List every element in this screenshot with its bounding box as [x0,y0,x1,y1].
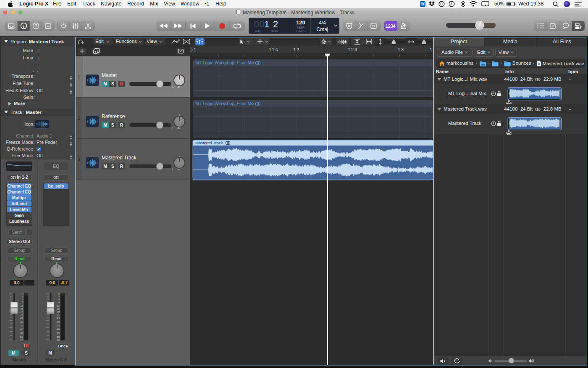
svg-text:50: 50 [20,336,23,338]
svg-text:3: 3 [58,295,60,298]
svg-text:30: 30 [57,320,60,323]
svg-text:40: 40 [57,328,60,331]
svg-text:40: 40 [20,328,23,331]
svg-text:0: 0 [22,293,24,295]
svg-text:6: 6 [22,298,24,301]
svg-text:21: 21 [20,313,23,316]
svg-text:i: i [23,24,24,29]
svg-text:50: 50 [57,336,60,338]
svg-text:0: 0 [58,293,60,295]
svg-text:24: 24 [57,317,60,319]
svg-text:15: 15 [20,307,23,310]
svg-text:12: 12 [57,304,60,307]
svg-text:35: 35 [20,324,23,327]
svg-text:?: ? [34,24,37,28]
svg-text:60: 60 [57,339,60,341]
svg-text:15: 15 [57,307,60,310]
svg-text:12: 12 [20,304,23,307]
svg-text:9: 9 [58,301,60,304]
svg-text:45: 45 [57,332,60,334]
svg-text:21: 21 [57,313,60,316]
svg-text:60: 60 [20,339,23,341]
svg-text:3: 3 [22,295,24,298]
svg-text:S: S [372,24,375,28]
svg-text:6: 6 [58,298,60,301]
svg-text:18: 18 [20,310,23,313]
svg-text:35: 35 [57,324,60,327]
svg-text:9: 9 [22,301,24,304]
svg-text:45: 45 [20,332,23,334]
svg-text:24: 24 [20,317,23,319]
svg-text:30: 30 [20,320,23,323]
svg-text:18: 18 [57,310,60,313]
